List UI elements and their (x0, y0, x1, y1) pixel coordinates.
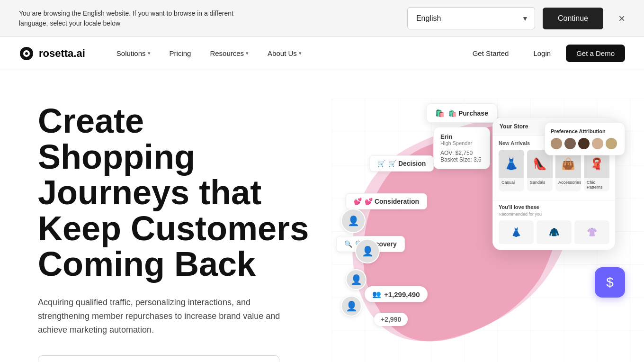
swatch-5 (606, 138, 617, 149)
nav-about-label: About Us (268, 49, 297, 57)
count-value-1: +1,299,490 (384, 290, 420, 299)
product-label-2: Sandals (527, 178, 553, 187)
user-icon: 👥 (372, 290, 381, 299)
nav-resources-label: Resources (210, 49, 244, 57)
rec-card-1: 👗 (499, 220, 534, 244)
nav-right: Get Started Login Get a Demo (463, 45, 625, 62)
recommendation-section: You'll love these Recommended for you 👗 … (493, 200, 615, 250)
email-input[interactable] (38, 356, 279, 362)
banner-message: You are browsing the English website. If… (19, 9, 256, 28)
erin-name: Erin (440, 133, 483, 140)
product-row: 👗 Casual 👠 Sandals 👜 Accessories 🧣 Chic … (499, 150, 609, 191)
hero-section: Create Shopping Journeys that Keep Custo… (0, 70, 644, 362)
logo-text: rosetta.ai (39, 47, 85, 60)
heading-line-4: Keep Customers (38, 211, 331, 247)
navbar: rosetta.ai Solutions ▾ Pricing Resources… (0, 37, 644, 70)
product-image-1: 👗 (499, 150, 524, 178)
nav-item-solutions[interactable]: Solutions ▾ (108, 45, 159, 61)
consideration-badge: 💕 💕 Consideration (346, 193, 427, 209)
avatar-4: 👤 (341, 296, 362, 317)
user-count-badge-2: +2,990 (374, 313, 408, 326)
erin-aov: AOV: $2,750 (440, 150, 483, 156)
swatch-4 (592, 138, 603, 149)
purchase-label: 🛍️ Purchase (448, 109, 488, 117)
rec-card-3: 👚 (574, 220, 609, 244)
preference-card: Preference Attribution (545, 122, 625, 155)
nav-solutions-label: Solutions (116, 49, 146, 57)
nav-links: Solutions ▾ Pricing Resources ▾ About Us… (108, 45, 463, 61)
svg-point-2 (25, 52, 28, 55)
email-input-wrapper (38, 355, 279, 362)
logo-link[interactable]: rosetta.ai (19, 46, 85, 61)
user-count-badge-1: 👥 +1,299,490 (365, 286, 428, 302)
logo-icon (19, 46, 34, 61)
product-card-2: 👠 Sandals (527, 150, 553, 191)
chevron-down-icon: ▾ (299, 50, 302, 56)
nav-item-about[interactable]: About Us ▾ (259, 45, 310, 61)
purchase-badge: 🛍️ 🛍️ Purchase (426, 103, 497, 123)
pref-title: Preference Attribution (551, 128, 619, 134)
hero-left: Create Shopping Journeys that Keep Custo… (38, 99, 331, 362)
language-banner: You are browsing the English website. If… (0, 0, 644, 37)
heading-line-3: Journeys that (38, 175, 331, 211)
heading-line-1: Create (38, 103, 331, 139)
nav-item-pricing[interactable]: Pricing (161, 45, 200, 61)
hero-illustration: 🛍️ 🛍️ Purchase 🛒 🛒 Decision 💕 💕 Consider… (331, 99, 625, 362)
rec-row: 👗 🧥 👚 (499, 220, 609, 244)
continue-button[interactable]: Continue (543, 8, 603, 29)
close-icon[interactable]: × (618, 13, 625, 24)
product-label-4: Chic Patterns (584, 178, 609, 191)
count-value-2: +2,990 (381, 316, 401, 323)
product-card-4: 🧣 Chic Patterns (584, 150, 609, 191)
swatch-2 (564, 138, 576, 149)
rec-subtitle: Recommended for you (499, 212, 609, 217)
avatar-1: 👤 (341, 208, 366, 233)
product-card-1: 👗 Casual (499, 150, 524, 191)
language-select[interactable]: English Français Deutsch Español 日本語 (407, 7, 535, 29)
rec-card-2: 🧥 (537, 220, 572, 244)
store-name: Your Store (500, 123, 528, 130)
banner-controls: English Français Deutsch Español 日本語 ▼ C… (407, 7, 625, 29)
decision-badge: 🛒 🛒 Decision (369, 155, 434, 172)
avatar-2: 👤 (355, 239, 380, 263)
pref-swatches (551, 138, 619, 149)
purchase-icon: 🛍️ (435, 109, 445, 118)
product-label-3: Accessories (555, 178, 581, 187)
get-started-button[interactable]: Get Started (463, 45, 519, 61)
decision-label: 🛒 Decision (388, 160, 426, 167)
hero-heading: Create Shopping Journeys that Keep Custo… (38, 103, 331, 282)
consideration-label: 💕 Consideration (365, 198, 419, 205)
product-card-3: 👜 Accessories (555, 150, 581, 191)
decision-icon: 🛒 (377, 160, 385, 167)
swatch-1 (551, 138, 562, 149)
heading-line-2: Shopping (38, 139, 331, 175)
rec-title: You'll love these (499, 204, 609, 210)
erin-basket: Basket Size: 3.6 (440, 156, 483, 163)
dollar-badge: $ (595, 267, 625, 298)
product-label-1: Casual (499, 178, 524, 187)
language-select-wrapper: English Français Deutsch Español 日本語 ▼ (407, 7, 535, 29)
erin-stats: AOV: $2,750 Basket Size: 3.6 (440, 150, 483, 163)
erin-card: Erin High Spender AOV: $2,750 Basket Siz… (433, 127, 490, 169)
chevron-down-icon: ▾ (148, 50, 151, 56)
nav-pricing-label: Pricing (170, 49, 191, 57)
dollar-icon: $ (606, 275, 614, 290)
heading-line-5: Coming Back (38, 246, 331, 282)
swatch-3 (578, 138, 590, 149)
chevron-down-icon: ▾ (246, 50, 249, 56)
login-button[interactable]: Login (524, 45, 560, 61)
consideration-icon: 💕 (354, 198, 362, 205)
hero-subtext: Acquiring qualified traffic, personalizi… (38, 296, 284, 336)
get-demo-button[interactable]: Get a Demo (566, 45, 625, 62)
erin-tag: High Spender (440, 140, 483, 146)
avatar-3: 👤 (346, 269, 367, 290)
nav-item-resources[interactable]: Resources ▾ (201, 45, 257, 61)
